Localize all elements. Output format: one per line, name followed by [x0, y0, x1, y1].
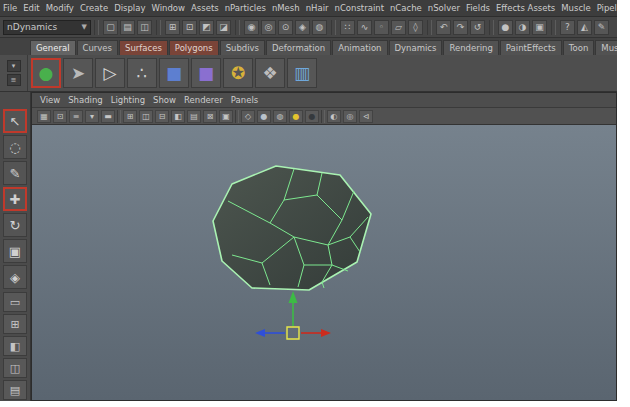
- shelf-tab-selector-icon[interactable]: ▾: [7, 60, 21, 72]
- lock-camera-icon[interactable]: ⊡: [53, 110, 67, 123]
- safe-title-icon[interactable]: ▣: [219, 110, 233, 123]
- menu-item[interactable]: nParticles: [222, 1, 269, 15]
- select-all-mask-icon[interactable]: ◉: [244, 20, 259, 35]
- undo-icon[interactable]: ↶: [436, 20, 451, 35]
- select-camera-icon[interactable]: ▦: [37, 110, 51, 123]
- menu-item[interactable]: nMesh: [269, 1, 303, 15]
- textured-icon[interactable]: ◍: [273, 110, 287, 123]
- panel-menu-item[interactable]: Panels: [231, 94, 266, 106]
- share-icon[interactable]: ⊲: [359, 110, 373, 123]
- render-icon[interactable]: ●: [498, 20, 513, 35]
- object-mode-icon[interactable]: ⊡: [182, 20, 197, 35]
- shelf-tab[interactable]: Deformation: [266, 40, 331, 55]
- shelf-tab[interactable]: Subdivs: [220, 40, 265, 55]
- shelf-particle-curve-icon[interactable]: ∴: [127, 58, 157, 88]
- select-rendering-mask-icon[interactable]: ◍: [312, 20, 327, 35]
- lasso-tool[interactable]: ◌: [3, 135, 27, 159]
- shelf-fluid-icon[interactable]: ▥: [287, 58, 317, 88]
- statusline-separator[interactable]: [235, 20, 240, 35]
- shelf-emitter-icon[interactable]: ➤: [63, 58, 93, 88]
- menu-item[interactable]: Assets: [188, 1, 222, 15]
- statusline-separator[interactable]: [551, 20, 556, 35]
- snap-point-icon[interactable]: ◦: [374, 20, 389, 35]
- ipr-render-icon[interactable]: ◑: [515, 20, 530, 35]
- grid-icon[interactable]: ⊞: [123, 110, 137, 123]
- viewport-canvas[interactable]: [32, 125, 616, 400]
- panel-menu-item[interactable]: Show: [153, 94, 184, 106]
- component-mode-icon[interactable]: ◩: [199, 20, 214, 35]
- universal-manipulator-tool[interactable]: ◈: [3, 265, 27, 289]
- menu-item[interactable]: Effects Assets: [493, 1, 558, 15]
- select-points-mask-icon[interactable]: ⊙: [278, 20, 293, 35]
- render-settings-icon[interactable]: ▣: [532, 20, 547, 35]
- paint-select-tool[interactable]: ✎: [3, 161, 27, 185]
- layout-persp-graph-button[interactable]: ▤: [3, 380, 27, 400]
- shelf-emit-object-icon[interactable]: ▷: [95, 58, 125, 88]
- layout-persp-outliner-button[interactable]: ◧: [3, 336, 27, 356]
- redo-icon[interactable]: ↷: [453, 20, 468, 35]
- shelf-tab[interactable]: Curves: [77, 40, 119, 55]
- statusline-separator[interactable]: [331, 20, 336, 35]
- menu-item[interactable]: Muscle: [558, 1, 593, 15]
- menu-item[interactable]: nSolver: [425, 1, 463, 15]
- menu-item[interactable]: Edit: [20, 1, 42, 15]
- statusline-separator[interactable]: [156, 20, 161, 35]
- paint-effects-icon[interactable]: ✎: [594, 20, 609, 35]
- shaded-icon[interactable]: ●: [257, 110, 271, 123]
- field-chart-icon[interactable]: ▤: [187, 110, 201, 123]
- shelf-sphere-icon[interactable]: ●: [31, 58, 61, 88]
- menu-item[interactable]: Modify: [43, 1, 77, 15]
- layout-hypershade-button[interactable]: ◫: [3, 358, 27, 378]
- resolution-gate-icon[interactable]: ⊟: [155, 110, 169, 123]
- statusline-separator[interactable]: [489, 20, 494, 35]
- shelf-menu-icon[interactable]: ≡: [7, 74, 21, 86]
- construction-history-icon[interactable]: ↺: [470, 20, 485, 35]
- menu-item[interactable]: nConstraint: [332, 1, 387, 15]
- toolbar-separator[interactable]: [117, 110, 121, 123]
- menu-item[interactable]: Fields: [463, 1, 493, 15]
- shelf-set-keys-icon[interactable]: ❖: [255, 58, 285, 88]
- shelf-key-icon[interactable]: ✪: [223, 58, 253, 88]
- open-scene-icon[interactable]: ▤: [120, 20, 135, 35]
- panel-menu-item[interactable]: Renderer: [184, 94, 231, 106]
- snap-view-icon[interactable]: ◊: [408, 20, 423, 35]
- wireframe-icon[interactable]: ◇: [241, 110, 255, 123]
- move-manipulator[interactable]: [255, 291, 331, 339]
- layout-four-pane-button[interactable]: ⊞: [3, 314, 27, 334]
- snap-plane-icon[interactable]: ▱: [391, 20, 406, 35]
- menu-item[interactable]: File: [0, 1, 20, 15]
- shelf-tab[interactable]: Animation: [332, 40, 387, 55]
- hierarchy-mode-icon[interactable]: ⊞: [165, 20, 180, 35]
- statusline-separator[interactable]: [94, 20, 99, 35]
- select-handles-mask-icon[interactable]: ◎: [261, 20, 276, 35]
- toolbar-separator[interactable]: [321, 110, 325, 123]
- menuset-dropdown[interactable]: nDynamics ▼: [3, 20, 91, 35]
- isolate-select-icon[interactable]: ◎: [343, 110, 357, 123]
- move-tool[interactable]: ✚: [3, 187, 27, 211]
- scale-tool[interactable]: ▣: [3, 239, 27, 263]
- menu-item[interactable]: Pipeline Cache: [594, 1, 617, 15]
- bookmarks-icon[interactable]: ▾: [85, 110, 99, 123]
- shelf-tab[interactable]: Dynamics: [389, 40, 443, 55]
- shelf-tab[interactable]: Muscle: [595, 40, 617, 55]
- shelf-tab[interactable]: Rendering: [443, 40, 498, 55]
- menu-item[interactable]: Window: [148, 1, 188, 15]
- shelf-tab[interactable]: Polygons: [169, 40, 219, 55]
- help-icon[interactable]: ?: [560, 20, 575, 35]
- menu-item[interactable]: Display: [111, 1, 148, 15]
- shelf-tab[interactable]: PaintEffects: [500, 40, 562, 55]
- use-default-material-icon[interactable]: ●: [289, 110, 303, 123]
- select-objects-mask-icon[interactable]: ◈: [295, 20, 310, 35]
- xray-icon[interactable]: ◐: [327, 110, 341, 123]
- statusline-separator[interactable]: [427, 20, 432, 35]
- menu-item[interactable]: nHair: [303, 1, 332, 15]
- safe-action-icon[interactable]: ⊠: [203, 110, 217, 123]
- shelf-ncloth-cube-icon[interactable]: ■: [159, 58, 189, 88]
- shelf-collider-cube-icon[interactable]: ■: [191, 58, 221, 88]
- menu-item[interactable]: Create: [77, 1, 111, 15]
- shelf-tab[interactable]: Toon: [563, 40, 595, 55]
- sculpt-geometry-icon[interactable]: ◭: [577, 20, 592, 35]
- polygon-rock-object[interactable]: [213, 166, 371, 290]
- animation-mode-icon[interactable]: ◪: [216, 20, 231, 35]
- lighting-icon[interactable]: ●: [305, 110, 319, 123]
